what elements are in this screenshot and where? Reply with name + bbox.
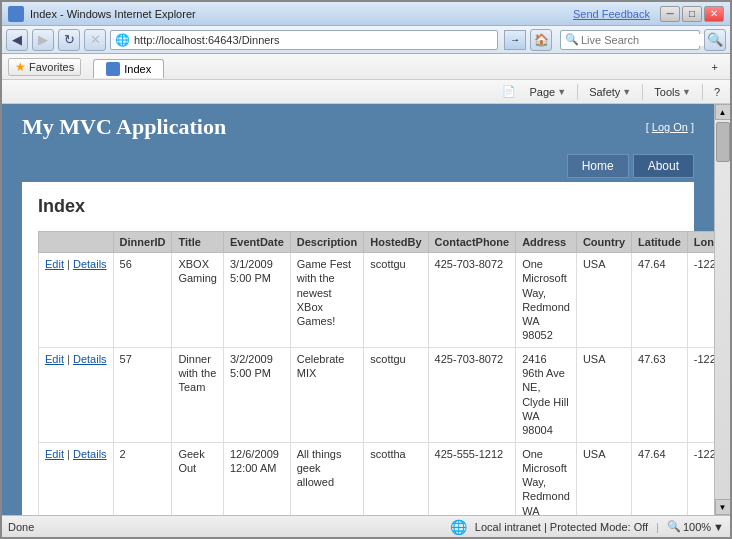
zoom-button[interactable]: 🔍 100% ▼ (667, 520, 724, 533)
zoom-level: 100% (683, 521, 711, 533)
row-0-longitude: -122.13 (687, 253, 714, 348)
address-bar[interactable]: 🌐 (110, 30, 498, 50)
row-1-country: USA (576, 347, 631, 442)
safety-dropdown-icon: ▼ (622, 87, 631, 97)
separator: | (656, 521, 659, 533)
toolbar-separator-3 (702, 84, 703, 100)
table-row: Edit | Details2Geek Out12/6/2009 12:00 A… (39, 442, 715, 515)
scroll-down-button[interactable]: ▼ (715, 499, 731, 515)
search-bar[interactable]: 🔍 (560, 30, 700, 50)
details-link-0[interactable]: Details (73, 258, 107, 270)
row-0-links: Edit | Details (39, 253, 114, 348)
forward-button[interactable]: ▶ (32, 29, 54, 51)
add-tab-button[interactable]: + (706, 60, 724, 74)
col-actions (39, 232, 114, 253)
status-bar: Done 🌐 Local intranet | Protected Mode: … (2, 515, 730, 537)
page-icon: 🌐 (115, 33, 130, 47)
feedback-link[interactable]: Send Feedback (573, 8, 650, 20)
col-dinnerid: DinnerID (113, 232, 172, 253)
zoom-dropdown-icon: ▼ (713, 521, 724, 533)
row-1-longitude: -122.21 (687, 347, 714, 442)
tools-button[interactable]: Tools ▼ (648, 85, 697, 99)
edit-link-0[interactable]: Edit (45, 258, 64, 270)
scrollbar[interactable]: ▲ ▼ (714, 104, 730, 515)
row-0-description: Game Fest with the newest XBox Games! (290, 253, 364, 348)
go-button[interactable]: → (504, 30, 526, 50)
page-button[interactable]: Page ▼ (524, 85, 573, 99)
address-input[interactable] (134, 34, 493, 46)
ie-home-icon[interactable]: 🏠 (530, 29, 552, 51)
log-on-link[interactable]: Log On (652, 121, 688, 133)
row-1-dinnerId: 57 (113, 347, 172, 442)
star-icon: ★ (15, 60, 26, 74)
col-description: Description (290, 232, 364, 253)
refresh-button[interactable]: ↻ (58, 29, 80, 51)
app-header: My MVC Application [ Log On ] (2, 104, 714, 150)
row-2-country: USA (576, 442, 631, 515)
col-country: Country (576, 232, 631, 253)
row-1-hostedBy: scottgu (364, 347, 428, 442)
row-0-country: USA (576, 253, 631, 348)
details-link-1[interactable]: Details (73, 353, 107, 365)
row-2-contactPhone: 425-555-1212 (428, 442, 516, 515)
dinners-table: DinnerID Title EventDate Description Hos… (38, 231, 714, 515)
row-1-address: 2416 96th Ave NE, Clyde Hill WA 98004 (516, 347, 577, 442)
row-2-eventDate: 12/6/2009 12:00 AM (223, 442, 290, 515)
browser-tab[interactable]: Index (93, 59, 164, 78)
stop-button[interactable]: ✕ (84, 29, 106, 51)
col-title: Title (172, 232, 224, 253)
col-longitude: Longitude (687, 232, 714, 253)
row-2-hostedBy: scottha (364, 442, 428, 515)
live-search-icon: 🔍 (565, 33, 579, 46)
page-dropdown-icon: ▼ (557, 87, 566, 97)
col-latitude: Latitude (632, 232, 688, 253)
home-nav-button[interactable]: Home (567, 154, 629, 178)
row-2-links: Edit | Details (39, 442, 114, 515)
search-input[interactable] (581, 34, 719, 46)
page-title: Index (38, 196, 678, 217)
search-go-button[interactable]: 🔍 (704, 29, 726, 51)
scroll-thumb[interactable] (716, 122, 730, 162)
row-0-address: One Microsoft Way, Redmond WA 98052 (516, 253, 577, 348)
favorites-button[interactable]: ★ Favorites (8, 58, 81, 76)
toolbar-separator (577, 84, 578, 100)
col-hostedby: HostedBy (364, 232, 428, 253)
window-title: Index - Windows Internet Explorer (30, 8, 196, 20)
intranet-text: Local intranet | Protected Mode: Off (475, 521, 648, 533)
minimize-button[interactable]: ─ (660, 6, 680, 22)
row-1-latitude: 47.63 (632, 347, 688, 442)
row-1-title: Dinner with the Team (172, 347, 224, 442)
row-1-links: Edit | Details (39, 347, 114, 442)
col-contactphone: ContactPhone (428, 232, 516, 253)
status-text: Done (8, 521, 34, 533)
close-button[interactable]: ✕ (704, 6, 724, 22)
row-0-contactPhone: 425-703-8072 (428, 253, 516, 348)
edit-link-2[interactable]: Edit (45, 448, 64, 460)
safety-button[interactable]: Safety ▼ (583, 85, 637, 99)
row-1-description: Celebrate MIX (290, 347, 364, 442)
row-0-latitude: 47.64 (632, 253, 688, 348)
row-0-eventDate: 3/1/2009 5:00 PM (223, 253, 290, 348)
ie-icon (8, 6, 24, 22)
help-button[interactable]: ? (708, 85, 726, 99)
toolbar-separator-2 (642, 84, 643, 100)
details-link-2[interactable]: Details (73, 448, 107, 460)
page-icon[interactable]: 📄 (496, 84, 522, 99)
table-row: Edit | Details56XBOX Gaming3/1/2009 5:00… (39, 253, 715, 348)
row-0-hostedBy: scottgu (364, 253, 428, 348)
edit-link-1[interactable]: Edit (45, 353, 64, 365)
about-nav-button[interactable]: About (633, 154, 694, 178)
log-on-area: [ Log On ] (646, 121, 694, 133)
tools-dropdown-icon: ▼ (682, 87, 691, 97)
row-2-description: All things geek allowed (290, 442, 364, 515)
col-address: Address (516, 232, 577, 253)
row-1-contactPhone: 425-703-8072 (428, 347, 516, 442)
back-button[interactable]: ◀ (6, 29, 28, 51)
row-0-title: XBOX Gaming (172, 253, 224, 348)
maximize-button[interactable]: □ (682, 6, 702, 22)
table-row: Edit | Details57Dinner with the Team3/2/… (39, 347, 715, 442)
row-2-longitude: -122.13 (687, 442, 714, 515)
app-title: My MVC Application (22, 114, 226, 140)
intranet-icon: 🌐 (450, 519, 467, 535)
scroll-up-button[interactable]: ▲ (715, 104, 731, 120)
